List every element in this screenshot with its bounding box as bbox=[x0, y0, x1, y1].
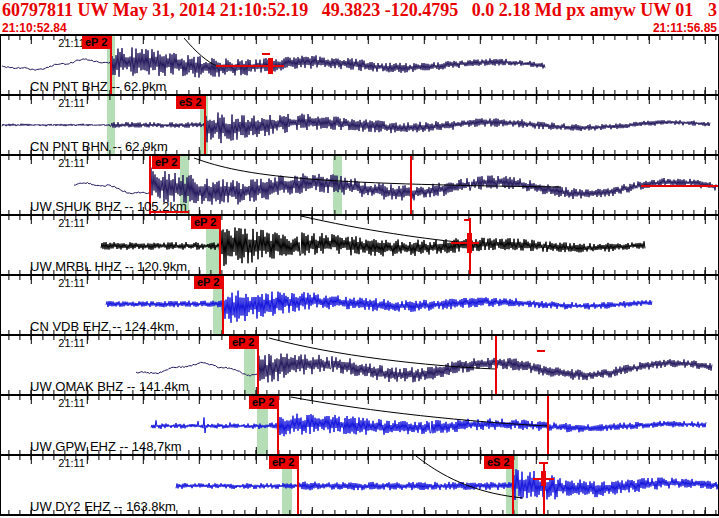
panel-time-label: 21:11 bbox=[52, 277, 85, 289]
amplitude-marker bbox=[268, 58, 273, 74]
waveform-trace bbox=[136, 354, 712, 383]
station-label: UW GPW EHZ -- 148.7km bbox=[30, 439, 182, 454]
amplitude-marker bbox=[410, 156, 412, 214]
panel-time-label: 21:11 bbox=[52, 397, 85, 409]
pick-flag[interactable]: eP 2 bbox=[229, 336, 257, 349]
trace-panel-cn-pnt-bhn[interactable]: 21:11eS 2CN PNT BHN -- 62.9km bbox=[1, 94, 718, 154]
amplitude-marker bbox=[537, 350, 545, 352]
amplitude-marker bbox=[543, 462, 545, 514]
event-summary: 60797811 UW May 31, 2014 21:10:52.19 49.… bbox=[2, 0, 693, 21]
pick-flag[interactable]: eP 2 bbox=[269, 456, 297, 469]
station-label: UW SHUK BHZ -- 105.2km bbox=[30, 199, 187, 214]
trace-panel-uw-dy2-ehz[interactable]: 21:11eP 2eS 2UW DY2 EHZ -- 163.8km bbox=[1, 454, 718, 514]
waveform-trace bbox=[2, 48, 545, 78]
amplitude-marker bbox=[495, 336, 497, 394]
amplitude-marker bbox=[539, 462, 548, 464]
trace-panel-uw-gpw-ehz[interactable]: 21:11eP 2UW GPW EHZ -- 148.7km bbox=[1, 394, 718, 454]
trace-view: 21:11eP 2CN PNT BHZ -- 62.9km21:11eS 2CN… bbox=[0, 34, 719, 516]
event-flag-count: 3 bbox=[708, 0, 717, 21]
event-header: 60797811 UW May 31, 2014 21:10:52.19 49.… bbox=[2, 0, 717, 21]
panel-time-label: 21:11 bbox=[52, 217, 85, 229]
window-start-time: 21:10:52.84 bbox=[2, 21, 67, 35]
amplitude-marker bbox=[541, 471, 546, 486]
pick-flag[interactable]: eS 2 bbox=[484, 456, 513, 469]
trace-panel-uw-shuk-bhz[interactable]: 21:11eP 2UW SHUK BHZ -- 105.2km bbox=[1, 154, 718, 214]
trace-panel-cn-vdb-ehz[interactable]: 21:11eP 2CN VDB EHZ -- 124.4km bbox=[1, 274, 718, 334]
pick-flag[interactable]: eP 2 bbox=[191, 216, 219, 229]
station-label: CN PNT BHN -- 62.9km bbox=[30, 139, 168, 154]
amplitude-marker bbox=[467, 233, 472, 253]
station-label: CN VDB EHZ -- 124.4km bbox=[30, 319, 174, 334]
waveform-trace bbox=[151, 414, 706, 437]
panel-time-label: 21:11 bbox=[52, 97, 85, 109]
pick-flag[interactable]: eS 2 bbox=[176, 96, 205, 109]
amplitude-marker bbox=[464, 219, 471, 221]
station-label: UW OMAK BHZ -- 141.4km bbox=[30, 379, 189, 394]
station-label: UW MRBL HHZ -- 120.9km bbox=[30, 259, 187, 274]
time-window-bar: 21:10:52.84 21:11:56.85 bbox=[2, 21, 717, 35]
panel-time-label: 21:11 bbox=[52, 157, 85, 169]
amplitude-marker bbox=[641, 185, 718, 187]
station-label: UW DY2 EHZ -- 163.8km bbox=[30, 499, 176, 514]
pick-flag[interactable]: eP 2 bbox=[249, 396, 277, 409]
trace-panel-cn-pnt-bhz[interactable]: 21:11eP 2CN PNT BHZ -- 62.9km bbox=[1, 34, 718, 94]
window-end-time: 21:11:56.85 bbox=[653, 21, 717, 35]
station-label: CN PNT BHZ -- 62.9km bbox=[30, 79, 166, 94]
pick-flag[interactable]: eP 2 bbox=[82, 36, 110, 49]
amplitude-marker bbox=[451, 242, 479, 244]
panel-time-label: 21:11 bbox=[52, 337, 85, 349]
waveform-trace bbox=[106, 291, 652, 323]
amplitude-marker bbox=[547, 396, 549, 454]
panel-time-label: 21:11 bbox=[52, 37, 85, 49]
trace-panel-uw-omak-bhz[interactable]: 21:11eP 2UW OMAK BHZ -- 141.4km bbox=[1, 334, 718, 394]
waveform-trace bbox=[176, 469, 718, 500]
panel-time-label: 21:11 bbox=[52, 457, 85, 469]
seismogram-review-window: 60797811 UW May 31, 2014 21:10:52.19 49.… bbox=[0, 0, 719, 518]
amplitude-marker bbox=[262, 53, 270, 55]
pick-flag[interactable]: eP 2 bbox=[194, 276, 222, 289]
amplitude-marker bbox=[216, 65, 284, 67]
trace-panel-uw-mrbl-hhz[interactable]: 21:11eP 2UW MRBL HHZ -- 120.9km bbox=[1, 214, 718, 274]
pick-flag[interactable]: eP 2 bbox=[152, 156, 180, 169]
